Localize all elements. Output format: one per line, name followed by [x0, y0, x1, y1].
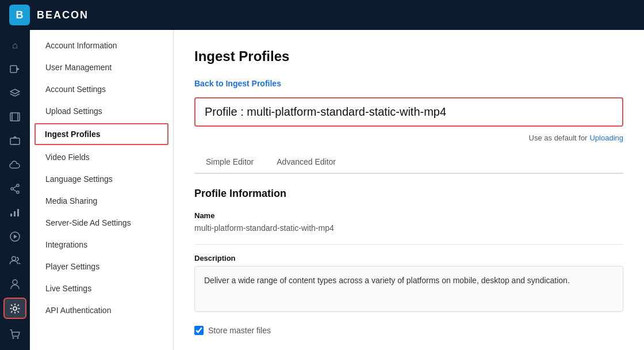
svg-rect-13 [14, 211, 16, 216]
svg-point-7 [17, 184, 19, 187]
share-icon[interactable] [3, 178, 26, 200]
svg-line-11 [13, 189, 17, 192]
home-icon[interactable]: ⌂ [3, 35, 26, 56]
icon-sidebar: ⌂ [0, 30, 30, 350]
default-text: Use as default for [529, 134, 588, 142]
field-divider [194, 244, 623, 245]
left-menu: Account Information User Management Acco… [30, 30, 174, 350]
store-master-row: Store master files [194, 326, 623, 335]
svg-point-21 [17, 337, 19, 339]
logo-box: B [9, 5, 30, 25]
description-value: Deliver a wide range of content types ac… [194, 266, 623, 312]
play-circle-icon[interactable] [3, 226, 26, 248]
tab-simple-editor[interactable]: Simple Editor [194, 151, 265, 174]
profile-information-title: Profile Information [194, 188, 623, 200]
menu-item-media-sharing[interactable]: Media Sharing [30, 190, 173, 212]
menu-item-player-settings[interactable]: Player Settings [30, 256, 173, 277]
svg-point-19 [13, 307, 17, 310]
menu-item-upload-settings[interactable]: Upload Settings [30, 100, 173, 122]
menu-item-server-side-ad-settings[interactable]: Server-Side Ad Settings [30, 212, 173, 234]
svg-point-8 [17, 191, 19, 193]
menu-item-video-fields[interactable]: Video Fields [30, 146, 173, 168]
menu-item-account-information[interactable]: Account Information [30, 35, 173, 56]
settings-icon[interactable] [3, 298, 26, 319]
svg-marker-1 [17, 67, 20, 71]
menu-item-language-settings[interactable]: Language Settings [30, 168, 173, 190]
main-layout: ⌂ [0, 30, 644, 350]
svg-point-20 [13, 337, 14, 339]
menu-item-ingest-profiles[interactable]: Ingest Profiles [34, 123, 168, 145]
svg-rect-5 [10, 138, 20, 144]
tab-advanced-editor[interactable]: Advanced Editor [265, 151, 347, 174]
page-title: Ingest Profiles [194, 48, 623, 64]
svg-point-18 [13, 280, 17, 284]
brand-name: BEACON [37, 9, 89, 21]
tabs: Simple Editor Advanced Editor [194, 151, 623, 174]
name-value: multi-platform-standard-static-with-mp4 [194, 223, 623, 233]
layers-icon[interactable] [3, 82, 26, 104]
store-master-label: Store master files [208, 326, 271, 335]
profile-header-box: Profile : multi-platform-standard-static… [194, 97, 623, 127]
menu-item-api-authentication[interactable]: API Authentication [30, 299, 173, 321]
back-to-ingest-profiles-link[interactable]: Back to Ingest Profiles [194, 79, 281, 88]
users-icon[interactable] [3, 250, 26, 272]
content-area: Ingest Profiles Back to Ingest Profiles … [174, 30, 644, 350]
store-master-checkbox[interactable] [194, 326, 204, 335]
default-row: Use as default for Uploading [194, 134, 623, 142]
menu-item-integrations[interactable]: Integrations [30, 234, 173, 256]
logo-letter: B [16, 9, 24, 21]
svg-rect-12 [10, 214, 12, 216]
film-icon[interactable] [3, 106, 26, 128]
tv-icon[interactable] [3, 130, 26, 152]
person-icon[interactable] [3, 273, 26, 295]
description-label: Description [194, 254, 623, 262]
svg-point-17 [12, 257, 16, 261]
svg-rect-0 [10, 66, 17, 73]
svg-marker-16 [14, 234, 17, 238]
video-icon[interactable] [3, 59, 26, 81]
uploading-link[interactable]: Uploading [589, 134, 623, 142]
name-label: Name [194, 211, 623, 220]
menu-item-account-settings[interactable]: Account Settings [30, 78, 173, 100]
cart-icon[interactable] [3, 324, 26, 345]
svg-point-9 [11, 188, 13, 190]
svg-rect-14 [17, 209, 19, 216]
top-bar: B BEACON [0, 0, 644, 30]
cloud-icon[interactable] [3, 154, 26, 176]
svg-line-10 [13, 186, 17, 188]
menu-item-user-management[interactable]: User Management [30, 56, 173, 78]
analytics-icon[interactable] [3, 202, 26, 224]
menu-item-live-settings[interactable]: Live Settings [30, 277, 173, 299]
